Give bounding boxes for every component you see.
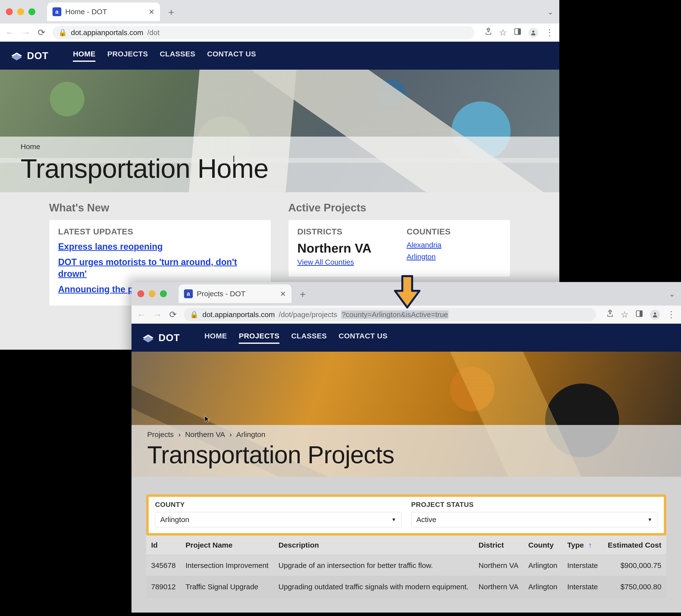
browser-tab-home[interactable]: a Home - DOT ✕ — [47, 2, 160, 21]
nav-links: HOME PROJECTS CLASSES CONTACT US — [73, 50, 256, 62]
profile-avatar-icon[interactable] — [528, 28, 538, 37]
window-minimize-icon[interactable] — [17, 8, 24, 15]
county-select[interactable]: Arlington ▼ — [155, 512, 401, 527]
site-navbar: DOT HOME PROJECTS CLASSES CONTACT US — [131, 324, 681, 352]
share-icon[interactable] — [606, 309, 614, 320]
reload-icon[interactable]: ⟳ — [169, 309, 177, 320]
county-select-value: Arlington — [160, 515, 189, 524]
kebab-menu-icon[interactable]: ⋮ — [545, 27, 554, 38]
mouse-cursor-icon — [204, 415, 210, 425]
col-type[interactable]: Type ↑ — [562, 536, 603, 555]
favicon-icon: a — [184, 289, 193, 298]
whats-new-heading: What's New — [49, 202, 271, 214]
table-row[interactable]: 789012 Traffic Signal Upgrade Upgrading … — [146, 576, 666, 598]
kebab-menu-icon[interactable]: ⋮ — [667, 309, 676, 320]
filter-panel: COUNTY Arlington ▼ PROJECT STATUS Active… — [146, 494, 666, 536]
county-link[interactable]: Arlington — [407, 253, 501, 261]
page-title: Transportation Projects — [147, 441, 665, 469]
share-icon[interactable] — [485, 27, 492, 38]
status-select-value: Active — [416, 515, 436, 524]
brand-text: DOT — [27, 50, 48, 61]
nav-classes[interactable]: CLASSES — [160, 50, 195, 62]
url-query-highlight: ?county=Arlington&isActive=true — [341, 310, 449, 319]
tab-close-icon[interactable]: ✕ — [280, 290, 286, 298]
cell-desc: Upgrade of an intersection for better tr… — [274, 555, 474, 576]
col-desc[interactable]: Description — [274, 536, 474, 555]
browser-tab-projects[interactable]: a Projects - DOT ✕ — [179, 284, 292, 303]
update-link[interactable]: Express lanes reopening — [58, 241, 262, 253]
col-id[interactable]: Id — [146, 536, 181, 555]
nav-contact[interactable]: CONTACT US — [207, 50, 256, 62]
site-brand[interactable]: DOT — [142, 331, 180, 344]
col-name[interactable]: Project Name — [181, 536, 274, 555]
lock-icon: 🔒 — [58, 28, 67, 36]
address-bar[interactable]: 🔒 dot.appianportals.com/dot — [52, 26, 475, 39]
reload-icon[interactable]: ⟳ — [38, 27, 45, 38]
new-tab-button[interactable]: ＋ — [298, 287, 308, 301]
breadcrumb-item[interactable]: Projects — [147, 430, 174, 439]
cell-id: 789012 — [146, 576, 181, 598]
nav-home[interactable]: HOME — [73, 50, 96, 62]
county-link[interactable]: Alexandria — [407, 241, 501, 249]
nav-forward-icon[interactable]: → — [153, 309, 162, 320]
nav-projects[interactable]: PROJECTS — [239, 332, 279, 344]
nav-forward-icon[interactable]: → — [22, 27, 30, 38]
col-type-label: Type — [567, 541, 584, 549]
profile-avatar-icon[interactable] — [650, 310, 660, 319]
side-panel-icon[interactable] — [635, 309, 643, 320]
col-cost[interactable]: Estimated Cost — [603, 536, 666, 555]
col-county[interactable]: County — [524, 536, 562, 555]
svg-rect-1 — [518, 29, 521, 34]
update-link[interactable]: DOT urges motorists to 'turn around, don… — [58, 256, 262, 280]
breadcrumb[interactable]: Home — [21, 143, 539, 151]
cell-county: Arlington — [524, 576, 562, 598]
status-filter-label: PROJECT STATUS — [411, 501, 657, 509]
chevron-right-icon: › — [178, 430, 181, 439]
browser-window-projects: a Projects - DOT ✕ ＋ ⌄ ← → ⟳ 🔒 dot.appia… — [131, 282, 681, 613]
cell-name: Traffic Signal Upgrade — [181, 576, 274, 598]
status-select[interactable]: Active ▼ — [411, 512, 657, 527]
tab-overflow-icon[interactable]: ⌄ — [669, 290, 675, 298]
nav-contact[interactable]: CONTACT US — [338, 332, 387, 344]
breadcrumb: Projects › Northern VA › Arlington — [147, 430, 665, 439]
site-brand[interactable]: DOT — [10, 49, 48, 62]
tab-close-icon[interactable]: ✕ — [148, 8, 155, 16]
toolbar-actions: ☆ ⋮ — [606, 309, 676, 320]
url-path: /dot — [147, 28, 159, 37]
svg-rect-4 — [639, 311, 642, 316]
bookmark-star-icon[interactable]: ☆ — [621, 309, 629, 320]
address-bar[interactable]: 🔒 dot.appianportals.com/dot/page/project… — [184, 308, 596, 321]
bookmark-star-icon[interactable]: ☆ — [499, 27, 507, 38]
svg-point-5 — [654, 312, 656, 315]
nav-home[interactable]: HOME — [204, 332, 227, 344]
districts-heading: DISTRICTS — [297, 227, 392, 236]
nav-back-icon[interactable]: ← — [137, 309, 146, 320]
tab-overflow-icon[interactable]: ⌄ — [547, 8, 553, 16]
chevron-down-icon: ▼ — [648, 517, 652, 522]
table-header-row: Id Project Name Description District Cou… — [146, 536, 666, 555]
nav-classes[interactable]: CLASSES — [291, 332, 327, 344]
side-panel-icon[interactable] — [514, 27, 522, 38]
hero-banner: Projects › Northern VA › Arlington Trans… — [131, 352, 681, 477]
favicon-icon: a — [52, 7, 61, 16]
table-row[interactable]: 345678 Intersection Improvement Upgrade … — [146, 555, 666, 576]
cell-type: Interstate — [562, 555, 603, 576]
district-name: Northern VA — [297, 241, 392, 256]
window-minimize-icon[interactable] — [149, 290, 155, 297]
new-tab-button[interactable]: ＋ — [166, 5, 176, 19]
breadcrumb-item[interactable]: Arlington — [236, 430, 265, 439]
nav-back-icon[interactable]: ← — [5, 27, 14, 38]
window-controls — [137, 290, 167, 297]
brand-logo-icon — [10, 49, 23, 62]
nav-projects[interactable]: PROJECTS — [107, 50, 148, 62]
window-close-icon[interactable] — [137, 290, 144, 297]
breadcrumb-item[interactable]: Northern VA — [185, 430, 225, 439]
col-district[interactable]: District — [474, 536, 524, 555]
districts-block: DISTRICTS Northern VA View All Counties — [297, 227, 392, 270]
tab-title: Home - DOT — [65, 8, 107, 16]
window-zoom-icon[interactable] — [160, 290, 167, 297]
page-title: Transportation Home — [21, 153, 539, 184]
view-all-counties-link[interactable]: View All Counties — [297, 258, 392, 266]
window-zoom-icon[interactable] — [28, 8, 35, 15]
window-close-icon[interactable] — [6, 8, 13, 15]
